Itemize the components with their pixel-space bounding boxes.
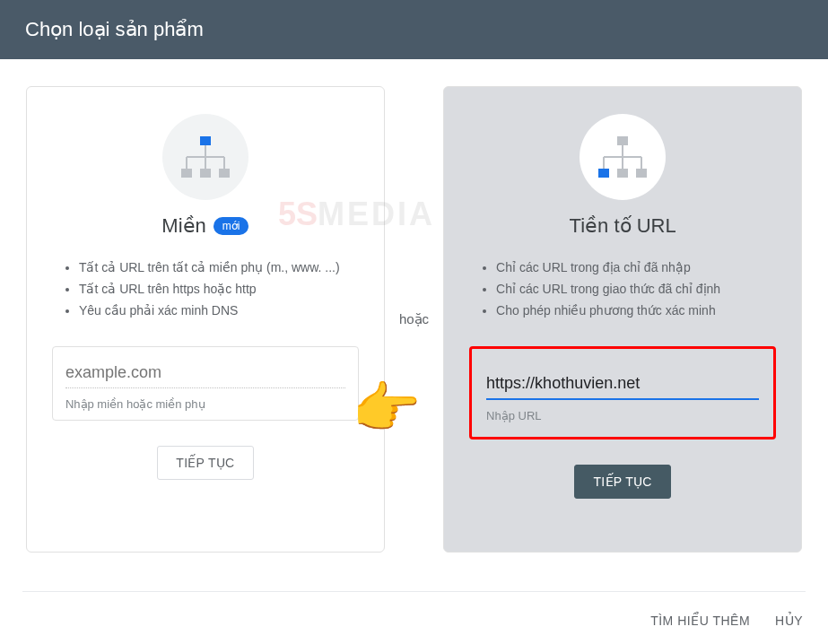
list-item: Yêu cầu phải xác minh DNS xyxy=(79,300,362,322)
domain-continue-button[interactable]: TIẾP TỤC xyxy=(157,446,253,480)
content-area: Miền mới Tất cả URL trên tất cả miền phụ… xyxy=(0,59,828,570)
domain-bullets: Tất cả URL trên tất cả miền phụ (m., www… xyxy=(48,257,362,321)
dialog-header: Chọn loại sản phẩm xyxy=(0,0,828,59)
cancel-button[interactable]: HỦY xyxy=(775,614,803,628)
svg-rect-1 xyxy=(181,169,192,178)
dialog-title: Chọn loại sản phẩm xyxy=(25,18,204,40)
footer-divider xyxy=(22,591,806,592)
url-input-box: Nhập URL xyxy=(469,346,776,439)
url-helper-text: Nhập URL xyxy=(486,409,759,422)
svg-rect-9 xyxy=(617,136,628,145)
list-item: Cho phép nhiều phương thức xác minh xyxy=(496,300,780,322)
domain-card-title-row: Miền mới xyxy=(161,214,248,238)
or-divider: hoặc xyxy=(399,311,429,327)
svg-rect-2 xyxy=(200,169,211,178)
url-continue-button[interactable]: TIẾP TỤC xyxy=(574,465,670,499)
list-item: Chỉ các URL trong giao thức đã chỉ định xyxy=(496,279,780,300)
url-prefix-card[interactable]: Tiền tố URL Chỉ các URL trong địa chỉ đã… xyxy=(443,86,802,553)
footer-actions: TÌM HIỂU THÊM HỦY xyxy=(650,614,803,628)
domain-input[interactable] xyxy=(65,360,345,388)
url-input[interactable] xyxy=(486,370,759,400)
domain-input-box: Nhập miền hoặc miền phụ xyxy=(52,346,359,421)
svg-rect-10 xyxy=(598,169,609,178)
svg-rect-0 xyxy=(200,136,211,145)
sitemap-icon xyxy=(580,114,666,200)
svg-rect-3 xyxy=(219,169,230,178)
svg-rect-12 xyxy=(636,169,647,178)
list-item: Tất cả URL trên tất cả miền phụ (m., www… xyxy=(79,257,362,279)
domain-helper-text: Nhập miền hoặc miền phụ xyxy=(65,397,345,411)
url-card-title-row: Tiền tố URL xyxy=(570,214,676,238)
list-item: Tất cả URL trên https hoặc http xyxy=(79,279,362,300)
url-card-title: Tiền tố URL xyxy=(570,214,676,238)
domain-card[interactable]: Miền mới Tất cả URL trên tất cả miền phụ… xyxy=(26,86,385,553)
list-item: Chỉ các URL trong địa chỉ đã nhập xyxy=(496,257,780,279)
sitemap-icon xyxy=(162,114,248,200)
url-bullets: Chỉ các URL trong địa chỉ đã nhập Chỉ cá… xyxy=(466,257,780,321)
new-badge: mới xyxy=(214,217,249,235)
svg-rect-11 xyxy=(617,169,628,178)
learn-more-link[interactable]: TÌM HIỂU THÊM xyxy=(650,614,750,628)
domain-card-title: Miền xyxy=(161,214,205,238)
